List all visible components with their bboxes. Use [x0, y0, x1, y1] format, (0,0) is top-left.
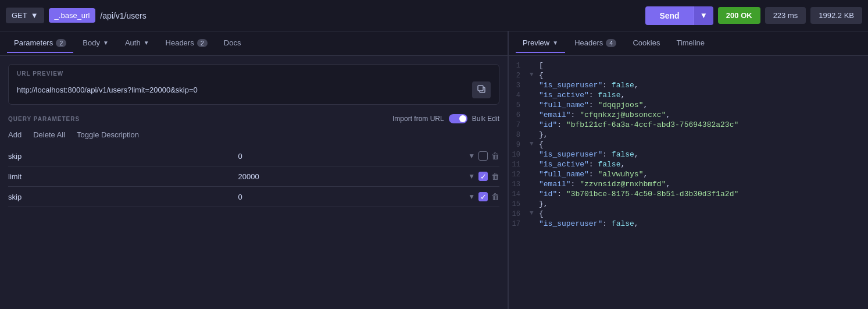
- json-line: 9▼ {: [509, 140, 868, 150]
- tab-auth[interactable]: Auth ▼: [118, 34, 156, 53]
- add-param-button[interactable]: Add: [8, 130, 22, 139]
- line-number: 15: [509, 200, 530, 208]
- param-row: skip 0 ▼ 🗑: [8, 146, 499, 166]
- param-value-skip1: 0: [238, 152, 464, 161]
- param-dropdown-skip2[interactable]: ▼: [468, 193, 475, 201]
- line-arrow: ▼: [530, 209, 537, 216]
- url-preview-box: URL PREVIEW http://localhost:8000/api/v1…: [8, 64, 499, 105]
- url-preview-text: http://localhost:8000/api/v1/users?limit…: [17, 86, 198, 94]
- tab-timeline-label: Timeline: [676, 38, 705, 47]
- tab-resp-headers[interactable]: Headers 4: [567, 34, 623, 53]
- json-view: 1[2▼ {3 "is_superuser": false,4 "is_acti…: [509, 56, 868, 309]
- line-number: 8: [509, 130, 530, 139]
- import-from-url-link[interactable]: Import from URL: [392, 115, 444, 123]
- line-content: },: [539, 200, 548, 208]
- tab-parameters[interactable]: Parameters 2: [7, 34, 73, 53]
- line-content: "email": "cfqnkxzj@ubsoncxc",: [539, 111, 670, 119]
- param-delete-skip2[interactable]: 🗑: [491, 192, 499, 201]
- param-row-skip2: skip 0 ▼ ✓ 🗑: [8, 187, 499, 207]
- query-params-label: QUERY PARAMETERS: [8, 116, 80, 122]
- tab-cookies-label: Cookies: [633, 38, 660, 47]
- bulk-edit-toggle[interactable]: [449, 114, 467, 123]
- param-controls-skip2: ▼ ✓ 🗑: [468, 192, 499, 201]
- tab-docs[interactable]: Docs: [217, 34, 248, 53]
- send-dropdown-button[interactable]: ▼: [694, 6, 713, 25]
- tab-body-label: Body: [83, 38, 100, 47]
- line-content: },: [539, 130, 548, 139]
- tab-cookies[interactable]: Cookies: [626, 34, 667, 53]
- url-path[interactable]: /api/v1/users: [100, 11, 641, 20]
- json-line: 15 },: [509, 199, 868, 209]
- tab-headers-label: Headers: [166, 38, 194, 47]
- line-content: "id": "3b701bce-8175-4c50-8b51-d3b30d3f1…: [539, 190, 738, 198]
- json-line: 1[: [509, 61, 868, 70]
- json-line: 16▼ {: [509, 209, 868, 219]
- tab-auth-label: Auth: [125, 38, 141, 47]
- toggle-description-button[interactable]: Toggle Description: [77, 130, 139, 139]
- line-number: 13: [509, 180, 530, 189]
- param-dropdown-limit[interactable]: ▼: [468, 172, 475, 180]
- method-select[interactable]: GET ▼: [6, 8, 44, 23]
- send-button[interactable]: Send: [645, 6, 693, 25]
- tab-body-arrow: ▼: [103, 40, 109, 46]
- line-number: 2: [509, 71, 530, 80]
- json-line: 3 "is_superuser": false,: [509, 80, 868, 90]
- param-dropdown-skip1[interactable]: ▼: [468, 152, 475, 160]
- param-delete-skip1[interactable]: 🗑: [491, 151, 499, 161]
- right-panel: Preview ▼ Headers 4 Cookies Timeline 1[2…: [509, 31, 868, 309]
- line-content: {: [539, 209, 544, 218]
- param-checkbox-limit[interactable]: ✓: [478, 172, 488, 181]
- line-number: 7: [509, 120, 530, 129]
- delete-all-button[interactable]: Delete All: [33, 130, 65, 139]
- status-badge: 200 OK: [718, 7, 760, 24]
- tab-resp-headers-badge: 4: [606, 39, 616, 47]
- tab-preview[interactable]: Preview ▼: [516, 34, 565, 53]
- tab-parameters-label: Parameters: [14, 38, 53, 47]
- param-delete-limit[interactable]: 🗑: [491, 172, 499, 181]
- line-content: "is_active": false,: [539, 160, 625, 169]
- json-line: 14 "id": "3b701bce-8175-4c50-8b51-d3b30d…: [509, 189, 868, 199]
- line-number: 17: [509, 219, 530, 228]
- line-content: {: [539, 140, 544, 149]
- tab-preview-label: Preview: [523, 38, 549, 47]
- line-arrow: ▼: [530, 71, 537, 78]
- line-content: "is_superuser": false,: [539, 150, 639, 159]
- line-number: 16: [509, 209, 530, 218]
- line-content: [: [539, 61, 544, 70]
- line-number: 3: [509, 81, 530, 90]
- json-line: 2▼ {: [509, 70, 868, 80]
- line-number: 1: [509, 61, 530, 70]
- left-content: URL PREVIEW http://localhost:8000/api/v1…: [0, 56, 508, 309]
- tab-timeline[interactable]: Timeline: [669, 34, 712, 53]
- json-line: 5 "full_name": "dqqpjoos",: [509, 100, 868, 110]
- line-content: "email": "zzvnsidz@rnxhbmfd",: [539, 180, 670, 189]
- json-line: 4 "is_active": false,: [509, 90, 868, 100]
- base-url-badge[interactable]: _.base_url: [49, 8, 96, 23]
- response-time: 223 ms: [765, 7, 806, 24]
- line-number: 14: [509, 190, 530, 198]
- json-line: 7 "id": "bfb121cf-6a3a-4ccf-abd3-7569438…: [509, 120, 868, 130]
- method-label: GET: [12, 11, 27, 20]
- json-line: 13 "email": "zzvnsidz@rnxhbmfd",: [509, 179, 868, 189]
- tab-headers[interactable]: Headers 2: [159, 34, 215, 53]
- url-preview-label: URL PREVIEW: [17, 70, 491, 77]
- line-number: 11: [509, 160, 530, 169]
- response-size: 1992.2 KB: [810, 7, 862, 24]
- tab-body[interactable]: Body ▼: [76, 34, 116, 53]
- main-layout: Parameters 2 Body ▼ Auth ▼ Headers 2 Doc…: [0, 31, 868, 309]
- json-line: 6 "email": "cfqnkxzj@ubsoncxc",: [509, 110, 868, 120]
- line-number: 6: [509, 111, 530, 119]
- param-key-skip2: skip: [8, 193, 234, 201]
- line-content: {: [539, 71, 544, 80]
- param-checkbox-skip2[interactable]: ✓: [478, 192, 488, 201]
- url-preview-row: http://localhost:8000/api/v1/users?limit…: [17, 81, 491, 98]
- json-line: 10 "is_superuser": false,: [509, 150, 868, 159]
- param-checkbox-skip1[interactable]: [478, 151, 488, 161]
- line-number: 9: [509, 140, 530, 149]
- tab-resp-headers-label: Headers: [574, 38, 603, 47]
- line-content: "is_superuser": false,: [539, 81, 639, 90]
- copy-url-button[interactable]: [472, 81, 491, 98]
- bulk-edit-link[interactable]: Bulk Edit: [472, 115, 499, 123]
- line-number: 5: [509, 101, 530, 109]
- param-value-limit: 20000: [238, 172, 464, 181]
